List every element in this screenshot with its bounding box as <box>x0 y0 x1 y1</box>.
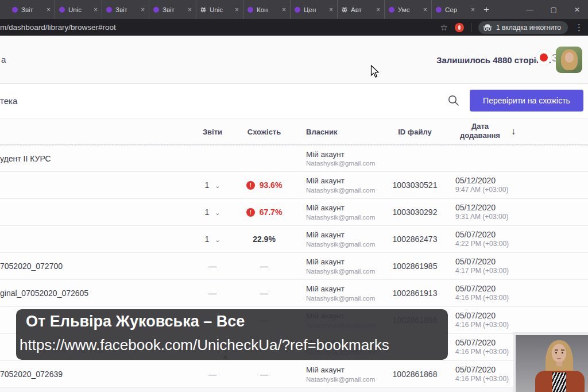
browser-tab[interactable]: Звіт× <box>8 0 55 19</box>
date-cell: 05/07/20204:16 PM (+03:00) <box>455 310 524 330</box>
browser-tab[interactable]: Звіт× <box>102 0 149 19</box>
close-window-button[interactable]: ✕ <box>574 6 580 14</box>
similarity-cell: — <box>235 262 293 271</box>
incognito-label: 1 вкладка инкогнито <box>496 24 561 32</box>
column-header-date[interactable]: Дата додавання <box>455 122 505 141</box>
page-title-fragment: а <box>1 55 6 64</box>
divider <box>471 23 471 32</box>
owner-cell: Мій акаунтNatashysik@gmail.com <box>306 149 404 167</box>
close-tab-icon[interactable]: × <box>423 6 427 13</box>
file-id: 1002862473 <box>385 235 445 244</box>
unicheck-favicon <box>153 7 159 13</box>
reports-cell[interactable]: 1⌄ <box>189 180 235 190</box>
warning-icon: ! <box>246 208 255 217</box>
close-tab-icon[interactable]: × <box>329 6 333 13</box>
browser-tab[interactable]: Unic× <box>196 0 243 19</box>
browser-tab[interactable]: Звіт× <box>149 0 196 19</box>
similarity-cell: 22.9% <box>235 235 293 244</box>
table-row[interactable]: 1⌄ 22.9% Мій акаунтNatashysik@gmail.com … <box>0 226 588 253</box>
close-tab-icon[interactable]: × <box>282 6 286 13</box>
tab-label: Звіт <box>115 6 137 13</box>
bookmark-star-icon[interactable]: ☆ <box>440 22 447 33</box>
column-header-reports[interactable]: Звіти <box>189 127 235 136</box>
close-tab-icon[interactable]: × <box>141 6 145 13</box>
reports-cell[interactable]: 1⌄ <box>189 235 235 244</box>
check-similarity-button[interactable]: Перевірити на схожість <box>470 90 583 112</box>
browser-tab[interactable]: Цен× <box>291 0 338 19</box>
chevron-down-icon[interactable]: ⌄ <box>215 236 220 243</box>
tab-label: Авт <box>351 6 373 13</box>
tab-label: Сер <box>445 6 467 13</box>
url-text[interactable]: m/dashboard/library/browser#root <box>0 23 116 32</box>
similarity-cell: !93.6% <box>235 180 293 190</box>
incognito-badge: 1 вкладка инкогнито <box>478 21 568 34</box>
browser-tab[interactable]: Кон× <box>243 0 291 19</box>
table-row[interactable]: 7052020_072700 — — Мій акаунтNatashysik@… <box>0 253 588 280</box>
chevron-down-icon[interactable]: ⌄ <box>215 182 220 189</box>
minimize-button[interactable]: — <box>527 6 533 14</box>
unicheck-favicon <box>106 7 112 13</box>
new-tab-button[interactable]: + <box>483 4 489 16</box>
close-tab-icon[interactable]: × <box>188 6 192 13</box>
close-tab-icon[interactable]: × <box>47 6 51 13</box>
file-name[interactable]: 7052020_072700 <box>0 262 63 271</box>
browser-tab[interactable]: Авт× <box>338 0 385 19</box>
file-id: 1002861985 <box>385 262 445 271</box>
column-header-owner[interactable]: Власник <box>306 127 386 136</box>
tab-label: Unic <box>68 6 90 13</box>
unicheck-favicon <box>59 7 65 13</box>
presenter-eye <box>555 352 557 353</box>
page-header: а Залишилось 4880 сторінок Запи <box>0 36 588 84</box>
address-bar[interactable]: m/dashboard/library/browser#root ☆ 1 вкл… <box>0 19 588 36</box>
file-name[interactable]: ginal_07052020_072605 <box>0 289 88 298</box>
presenter-face <box>552 344 566 362</box>
tab-label: Unic <box>210 6 231 13</box>
file-id: 1003030521 <box>385 180 445 190</box>
reports-cell: — <box>189 262 235 271</box>
bookmark-caption-overlay: От Ельвіра Жуковська – Все https://www.f… <box>16 309 448 360</box>
webcam-overlay[interactable] <box>513 332 588 392</box>
unicheck-favicon <box>12 7 18 13</box>
tab-label: Звіт <box>163 6 184 13</box>
date-cell: 05/12/20209:31 AM (+03:00) <box>455 202 524 222</box>
date-cell: 05/07/20204:22 PM (+03:00) <box>455 229 524 249</box>
search-icon[interactable] <box>447 94 460 107</box>
warning-icon: ! <box>246 181 255 190</box>
file-id: 1002861913 <box>385 289 445 298</box>
table-row[interactable]: 1⌄ !67.7% Мій акаунтNatashysik@gmail.com… <box>0 199 588 226</box>
recorder-extension-icon[interactable] <box>455 23 464 32</box>
unicheck-favicon <box>389 7 394 13</box>
table-row[interactable]: удент ІІ КУРС Мій акаунтNatashysik@gmail… <box>0 145 588 172</box>
table-row[interactable]: ginal_07052020_072605 — — Мій акаунтNata… <box>0 280 588 307</box>
mouse-cursor <box>370 65 380 78</box>
user-avatar[interactable] <box>556 47 582 73</box>
chevron-down-icon[interactable]: ⌄ <box>215 209 220 216</box>
table-row[interactable]: 7052020_072639 — — Мій акаунтNatashysik@… <box>0 361 588 388</box>
overlay-url: https://www.facebook.com/UnicheckUa/?ref… <box>20 336 389 354</box>
library-title-fragment: тека <box>0 96 17 106</box>
avatar-face <box>565 52 574 63</box>
browser-tab[interactable]: Умс× <box>385 0 432 19</box>
file-name[interactable]: 7052020_072639 <box>0 370 63 379</box>
close-tab-icon[interactable]: × <box>376 6 380 13</box>
close-tab-icon[interactable]: × <box>94 6 98 13</box>
file-name[interactable]: удент ІІ КУРС <box>0 154 51 163</box>
table-row[interactable]: 1⌄ !93.6% Мій акаунтNatashysik@gmail.com… <box>0 172 588 199</box>
presenter-shirt <box>552 372 566 392</box>
browser-tab-strip: Звіт× Unic× Звіт× Звіт× Unic× Кон× Цен× … <box>0 0 588 19</box>
reports-cell[interactable]: 1⌄ <box>189 207 235 217</box>
presenter-brow <box>561 349 564 351</box>
column-header-file-id[interactable]: ID файлу <box>385 127 445 136</box>
close-tab-icon[interactable]: × <box>471 6 475 13</box>
browser-tab[interactable]: Сер× <box>432 0 479 19</box>
browser-tab[interactable]: Unic× <box>55 0 102 19</box>
maximize-button[interactable]: ▢ <box>551 6 557 14</box>
column-header-similarity[interactable]: Схожість <box>235 127 293 136</box>
pages-remaining-label: Залишилось 4880 сторінок <box>436 55 551 65</box>
browser-menu-icon[interactable]: ⋮ <box>575 22 583 33</box>
sort-descending-icon[interactable]: ↓ <box>511 126 523 137</box>
tab-label: Цен <box>304 6 326 13</box>
close-tab-icon[interactable]: × <box>235 6 239 13</box>
recording-indicator-icon <box>536 50 551 65</box>
webcam-video <box>516 335 588 392</box>
